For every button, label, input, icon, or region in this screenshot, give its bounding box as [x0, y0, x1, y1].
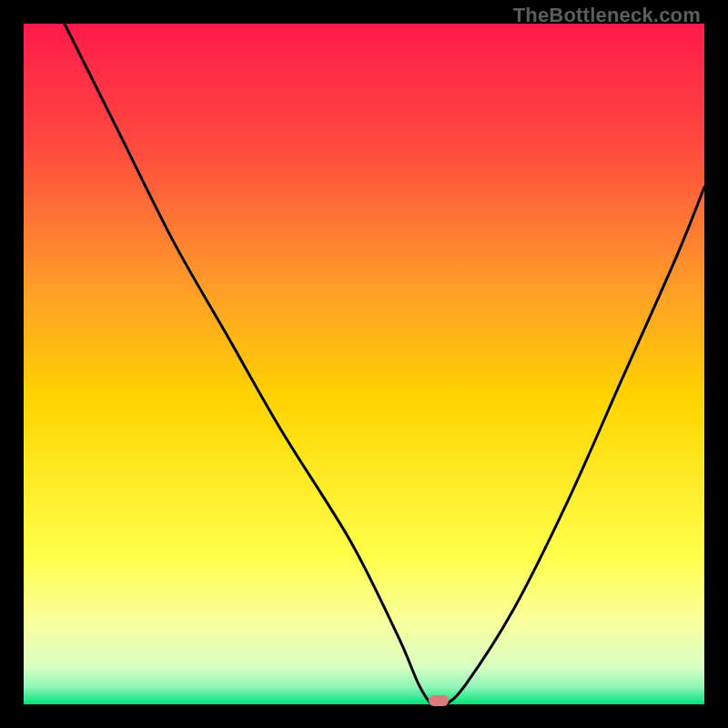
chart-svg — [24, 24, 704, 704]
plot-area — [24, 24, 704, 704]
chart-root: TheBottleneck.com — [0, 0, 728, 728]
optimum-marker — [429, 695, 449, 706]
gradient-background — [24, 24, 704, 704]
